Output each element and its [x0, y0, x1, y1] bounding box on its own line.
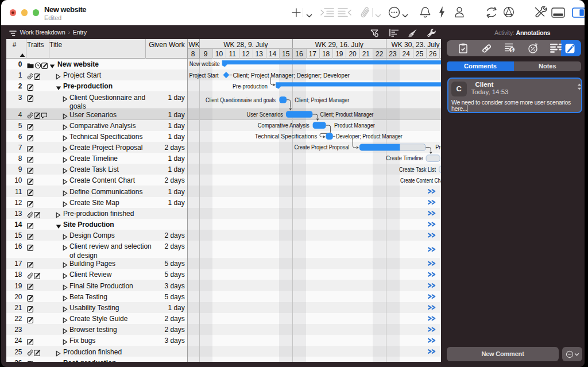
svg-text:Create Task List: Create Task List: [399, 166, 436, 173]
svg-text:Technical Specifications: Technical Specifications: [254, 133, 317, 140]
svg-text:Client; Project Manager; Desig: Client; Project Manager; Designer; Devel…: [233, 72, 350, 79]
svg-text:Developer; Product Manager: Developer; Product Manager: [335, 133, 402, 140]
svg-text:Comparative Analysis: Comparative Analysis: [257, 122, 309, 129]
svg-text:$: $: [510, 47, 513, 53]
svg-text:Project Start: Project Start: [189, 72, 218, 79]
svg-text:Product Manager: Product Manager: [435, 144, 441, 150]
svg-text:Create Project Proposal: Create Project Proposal: [294, 144, 349, 150]
svg-text:User Scenarios: User Scenarios: [246, 111, 283, 118]
svg-text:Client Questionnaire and goals: Client Questionnaire and goals: [206, 96, 276, 103]
svg-text:Client; Project Manager: Client; Project Manager: [295, 96, 349, 103]
svg-text:New website: New website: [189, 60, 219, 67]
svg-text:Create Content Chart: Create Content Chart: [400, 177, 441, 184]
svg-text:Client; Product Manager: Client; Product Manager: [320, 111, 373, 118]
svg-text:Product Manager: Product Manager: [334, 122, 374, 129]
svg-text:Pre-production: Pre-production: [232, 83, 267, 90]
svg-text:Create Timeline: Create Timeline: [386, 154, 423, 161]
